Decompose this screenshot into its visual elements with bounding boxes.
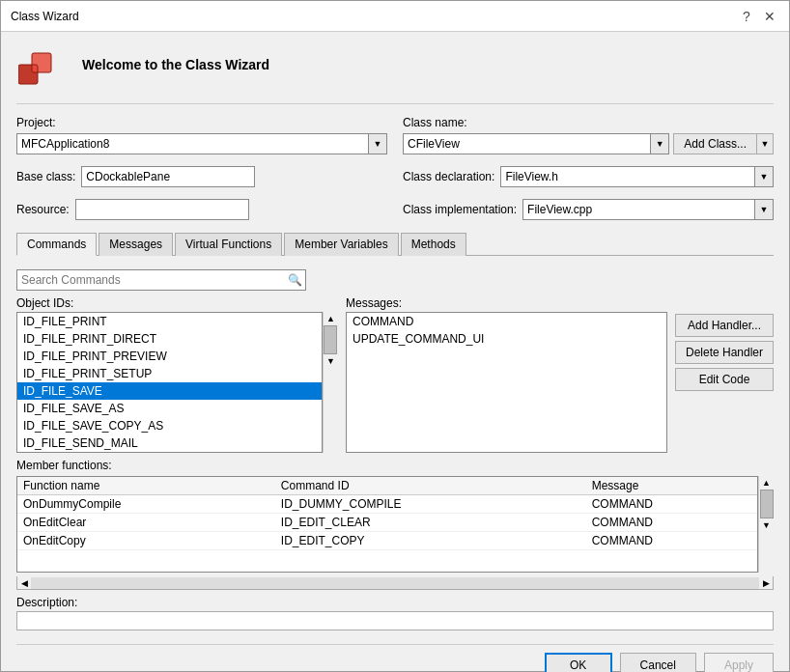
member-functions-table[interactable]: Function name Command ID Message OnDummy… bbox=[16, 476, 758, 573]
class-declaration-combo: ▼ bbox=[500, 166, 774, 187]
tabs-bar: Commands Messages Virtual Functions Memb… bbox=[16, 232, 774, 256]
class-name-input[interactable] bbox=[403, 133, 650, 154]
col-function-name: Function name bbox=[17, 477, 275, 495]
message-cell: COMMAND bbox=[586, 495, 757, 514]
table-row[interactable]: OnDummyCompile ID_DUMMY_COMPILE COMMAND bbox=[17, 495, 757, 514]
class-implementation-input[interactable] bbox=[522, 199, 754, 220]
list-item[interactable]: ID_FILE_PRINT_DIRECT bbox=[17, 330, 322, 348]
search-box: 🔍 bbox=[16, 269, 306, 291]
project-input[interactable] bbox=[16, 133, 368, 154]
classname-field-group: Class name: ▼ Add Class... ▼ bbox=[403, 116, 774, 154]
list-item[interactable]: ID_FILE_PRINT_SETUP bbox=[17, 365, 322, 382]
tab-methods[interactable]: Methods bbox=[401, 233, 466, 256]
list-item[interactable]: COMMAND bbox=[347, 313, 666, 330]
class-name-combo: ▼ bbox=[403, 133, 669, 154]
bottom-buttons: OK Cancel Apply bbox=[16, 644, 774, 672]
add-class-dropdown-btn[interactable]: ▼ bbox=[756, 133, 774, 154]
right-action-buttons: Add Handler... Delete Handler Edit Code bbox=[675, 296, 774, 453]
object-ids-listbox[interactable]: ID_FILE_PRINT ID_FILE_PRINT_DIRECT ID_FI… bbox=[16, 312, 323, 453]
message-cell: COMMAND bbox=[586, 514, 757, 532]
list-item[interactable]: ID_FILE_SAVE_COPY_AS bbox=[17, 417, 322, 434]
class-implementation-group: Class implementation: ▼ bbox=[403, 199, 774, 220]
col-command-id: Command ID bbox=[275, 477, 586, 495]
scroll-down-arrow[interactable]: ▼ bbox=[760, 518, 774, 532]
baseclass-declaration-row: Base class: Class declaration: ▼ bbox=[16, 166, 774, 187]
function-name-cell: OnDummyCompile bbox=[17, 495, 275, 514]
project-combo: ▼ bbox=[16, 133, 387, 154]
tab-member-variables[interactable]: Member Variables bbox=[284, 233, 398, 256]
header-section: Welcome to the Class Wizard bbox=[16, 43, 774, 104]
title-bar: Class Wizard ? ✕ bbox=[1, 1, 789, 32]
class-name-dropdown-btn[interactable]: ▼ bbox=[650, 133, 669, 154]
delete-handler-button[interactable]: Delete Handler bbox=[675, 341, 774, 364]
messages-listbox[interactable]: COMMAND UPDATE_COMMAND_UI bbox=[346, 312, 667, 453]
search-button[interactable]: 🔍 bbox=[284, 270, 305, 290]
object-ids-scrollbar[interactable]: ▲ ▼ bbox=[323, 312, 338, 453]
tab-virtual-functions[interactable]: Virtual Functions bbox=[175, 233, 282, 256]
function-name-cell: OnEditCopy bbox=[17, 532, 275, 550]
scroll-thumb[interactable] bbox=[324, 325, 337, 354]
messages-list-container: COMMAND UPDATE_COMMAND_UI bbox=[346, 312, 667, 453]
messages-section: Messages: COMMAND UPDATE_COMMAND_UI bbox=[346, 296, 667, 453]
messages-label: Messages: bbox=[346, 296, 667, 310]
list-item[interactable]: ID_FILE_PRINT_PREVIEW bbox=[17, 348, 322, 365]
class-declaration-input[interactable] bbox=[500, 166, 754, 187]
scroll-down-arrow[interactable]: ▼ bbox=[324, 354, 337, 368]
project-dropdown-btn[interactable]: ▼ bbox=[368, 133, 387, 154]
close-button[interactable]: ✕ bbox=[760, 7, 779, 26]
list-item-selected[interactable]: ID_FILE_SAVE bbox=[17, 382, 322, 400]
object-ids-label: Object IDs: bbox=[16, 296, 338, 310]
help-button[interactable]: ? bbox=[737, 7, 756, 26]
svg-rect-1 bbox=[32, 53, 51, 72]
command-id-cell: ID_EDIT_CLEAR bbox=[275, 514, 586, 532]
welcome-text: Welcome to the Class Wizard bbox=[82, 43, 269, 72]
list-item[interactable]: UPDATE_COMMAND_UI bbox=[347, 330, 666, 348]
hscroll-track[interactable] bbox=[31, 577, 759, 589]
class-implementation-combo: ▼ bbox=[522, 199, 774, 220]
member-functions-label: Member functions: bbox=[16, 459, 774, 472]
class-implementation-dropdown-btn[interactable]: ▼ bbox=[754, 199, 774, 220]
list-item[interactable]: ID_FILE_SEND_MAIL bbox=[17, 434, 322, 452]
tab-commands[interactable]: Commands bbox=[16, 233, 97, 256]
tab-messages[interactable]: Messages bbox=[99, 233, 173, 256]
horizontal-scrollbar[interactable]: ◀ ▶ bbox=[16, 576, 774, 590]
function-name-cell: OnEditClear bbox=[17, 514, 275, 532]
ok-button[interactable]: OK bbox=[545, 653, 612, 672]
base-class-input[interactable] bbox=[81, 166, 255, 187]
description-section: Description: bbox=[16, 596, 774, 630]
scroll-up-arrow[interactable]: ▲ bbox=[324, 312, 337, 325]
description-label: Description: bbox=[16, 596, 774, 609]
class-declaration-group: Class declaration: ▼ bbox=[403, 166, 774, 187]
class-declaration-dropdown-btn[interactable]: ▼ bbox=[754, 166, 774, 187]
commands-section: 🔍 Object IDs: ID_FILE_PRINT ID_FILE_PRIN… bbox=[16, 269, 774, 630]
logo bbox=[16, 43, 67, 94]
add-handler-button[interactable]: Add Handler... bbox=[675, 314, 774, 337]
hscroll-right-btn[interactable]: ▶ bbox=[759, 578, 773, 588]
member-table-scrollbar[interactable]: ▲ ▼ bbox=[758, 476, 774, 573]
list-item[interactable]: ID_FILE_PRINT bbox=[17, 313, 322, 330]
project-label: Project: bbox=[16, 116, 387, 129]
scroll-thumb[interactable] bbox=[760, 490, 774, 518]
search-input[interactable] bbox=[17, 270, 284, 290]
apply-button[interactable]: Apply bbox=[704, 653, 774, 672]
project-classname-row: Project: ▼ Class name: ▼ Add Class... ▼ bbox=[16, 116, 774, 154]
table-row[interactable]: OnEditClear ID_EDIT_CLEAR COMMAND bbox=[17, 514, 757, 532]
hscroll-left-btn[interactable]: ◀ bbox=[17, 578, 31, 588]
class-name-label: Class name: bbox=[403, 116, 774, 129]
command-id-cell: ID_EDIT_COPY bbox=[275, 532, 586, 550]
edit-code-button[interactable]: Edit Code bbox=[675, 368, 774, 391]
base-class-group: Base class: bbox=[16, 166, 387, 187]
resource-group: Resource: bbox=[16, 199, 387, 220]
add-class-button-group: Add Class... ▼ bbox=[673, 133, 774, 154]
table-row[interactable]: OnEditCopy ID_EDIT_COPY COMMAND bbox=[17, 532, 757, 550]
base-class-label: Base class: bbox=[16, 170, 75, 183]
class-declaration-label: Class declaration: bbox=[403, 170, 494, 183]
dialog-title: Class Wizard bbox=[11, 10, 79, 23]
scroll-up-arrow[interactable]: ▲ bbox=[760, 476, 774, 490]
resource-input[interactable] bbox=[75, 199, 249, 220]
object-ids-list-container: ID_FILE_PRINT ID_FILE_PRINT_DIRECT ID_FI… bbox=[16, 312, 338, 453]
cancel-button[interactable]: Cancel bbox=[620, 653, 696, 672]
member-table-container: Function name Command ID Message OnDummy… bbox=[16, 476, 774, 573]
add-class-button[interactable]: Add Class... bbox=[673, 133, 756, 154]
list-item[interactable]: ID_FILE_SAVE_AS bbox=[17, 400, 322, 417]
